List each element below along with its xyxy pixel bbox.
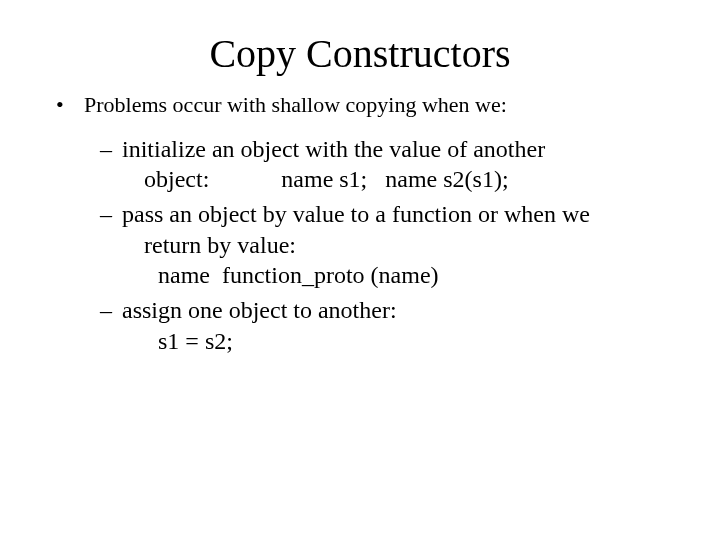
slide-title: Copy Constructors <box>0 30 720 77</box>
bullet-item: pass an object by value to a function or… <box>100 199 660 291</box>
code-text: s1 = s2; <box>122 326 660 357</box>
code-text: name function_proto (name) <box>122 260 660 291</box>
bullet-list-level2: initialize an object with the value of a… <box>100 134 660 357</box>
bullet-item: Problems occur with shallow copying when… <box>56 91 680 120</box>
bullet-text: pass an object by value to a function or… <box>122 201 590 227</box>
bullet-continuation: object: name s1; name s2(s1); <box>122 164 660 195</box>
slide: Copy Constructors Problems occur with sh… <box>0 30 720 540</box>
bullet-text: assign one object to another: <box>122 297 397 323</box>
bullet-continuation: return by value: <box>122 230 660 261</box>
bullet-item: assign one object to another: s1 = s2; <box>100 295 660 356</box>
bullet-text: initialize an object with the value of a… <box>122 136 545 162</box>
bullet-text: Problems occur with shallow copying when… <box>84 92 507 117</box>
bullet-item: initialize an object with the value of a… <box>100 134 660 195</box>
bullet-list-level1: Problems occur with shallow copying when… <box>56 91 680 120</box>
